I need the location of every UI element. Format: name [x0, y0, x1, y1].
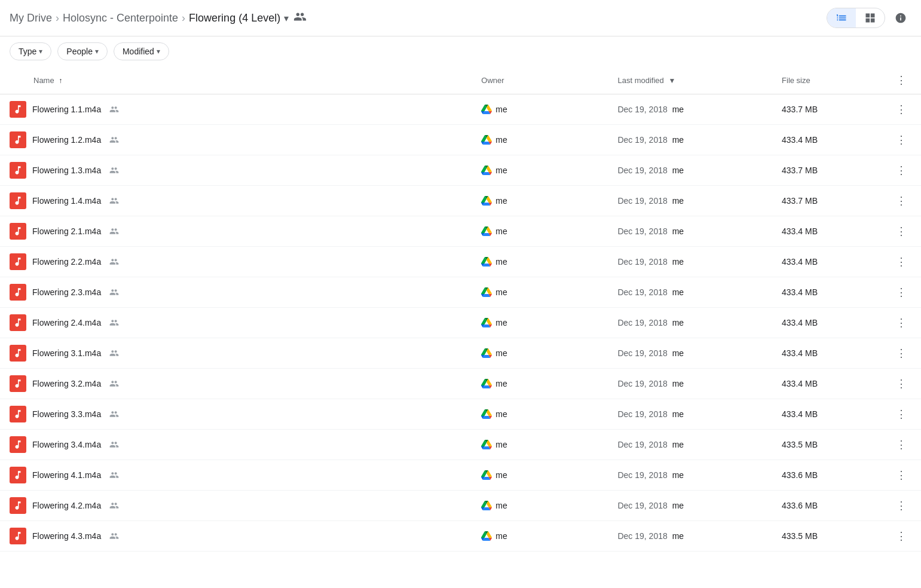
- file-type-icon: [10, 528, 26, 544]
- modified-filter-arrow: ▾: [157, 47, 160, 56]
- file-type-icon: [10, 314, 26, 331]
- modified-by-text: me: [672, 470, 684, 480]
- type-filter-button[interactable]: Type ▾: [10, 42, 51, 60]
- info-button[interactable]: [890, 7, 911, 29]
- three-dots-icon: [896, 530, 907, 542]
- row-more-button[interactable]: [891, 497, 911, 514]
- col-header-name[interactable]: Name ↑: [0, 66, 472, 94]
- breadcrumb-sep-2: ›: [182, 12, 185, 24]
- file-modified-cell: Dec 19, 2018 me: [608, 216, 772, 247]
- file-name-text: Flowering 2.3.m4a: [32, 287, 101, 297]
- row-more-button[interactable]: [891, 405, 911, 423]
- breadcrumb-mydrive[interactable]: My Drive: [10, 12, 52, 24]
- row-more-button[interactable]: [891, 375, 911, 393]
- modified-by-text: me: [672, 226, 684, 236]
- file-modified-cell: Dec 19, 2018 me: [608, 94, 772, 125]
- table-row[interactable]: Flowering 1.1.m4a me Dec 19, 2018 me: [0, 94, 921, 125]
- file-modified-cell: Dec 19, 2018 me: [608, 399, 772, 430]
- table-row[interactable]: Flowering 1.3.m4a me Dec 19, 2018 me: [0, 155, 921, 186]
- table-row[interactable]: Flowering 2.3.m4a me Dec 19, 2018 me: [0, 277, 921, 308]
- file-actions-cell: [882, 460, 921, 491]
- table-more-options-button[interactable]: [891, 71, 911, 89]
- breadcrumb-sep-1: ›: [56, 12, 59, 24]
- file-owner-cell: me: [472, 460, 608, 491]
- file-owner-cell: me: [472, 430, 608, 460]
- row-more-button[interactable]: [891, 192, 911, 210]
- file-modified-cell: Dec 19, 2018 me: [608, 430, 772, 460]
- people-filter-button[interactable]: People ▾: [57, 42, 108, 60]
- owner-text: me: [495, 379, 507, 388]
- table-row[interactable]: Flowering 4.2.m4a me Dec 19, 2018 me: [0, 491, 921, 521]
- file-type-icon: [10, 284, 26, 301]
- file-name-cell: Flowering 1.2.m4a: [0, 125, 472, 155]
- modified-by-text: me: [672, 257, 684, 267]
- file-actions-cell: [882, 430, 921, 460]
- file-name-text: Flowering 1.1.m4a: [32, 105, 101, 114]
- file-modified-cell: Dec 19, 2018 me: [608, 491, 772, 521]
- file-size-text: 433.4 MB: [782, 135, 818, 145]
- table-header-row: Name ↑ Owner Last modified ▼ File size: [0, 66, 921, 94]
- folder-dropdown-icon[interactable]: ▾: [284, 13, 289, 24]
- file-name-cell: Flowering 3.3.m4a: [0, 399, 472, 430]
- owner-text: me: [495, 105, 507, 114]
- modified-by-text: me: [672, 531, 684, 541]
- row-more-button[interactable]: [891, 253, 911, 271]
- table-row[interactable]: Flowering 2.1.m4a me Dec 19, 2018 me: [0, 216, 921, 247]
- modified-date: Dec 19, 2018: [617, 226, 667, 236]
- table-row[interactable]: Flowering 3.3.m4a me Dec 19, 2018 me: [0, 399, 921, 430]
- file-size-text: 433.4 MB: [782, 287, 818, 297]
- file-name-text: Flowering 4.3.m4a: [32, 531, 101, 541]
- file-size-cell: 433.6 MB: [772, 460, 882, 491]
- row-more-button[interactable]: [891, 527, 911, 545]
- row-more-button[interactable]: [891, 161, 911, 179]
- owner-text: me: [495, 348, 507, 358]
- modified-sort-icon: ▼: [668, 76, 675, 85]
- grid-view-button[interactable]: [856, 8, 885, 27]
- row-more-button[interactable]: [891, 344, 911, 362]
- modified-date: Dec 19, 2018: [617, 105, 667, 114]
- row-more-button[interactable]: [891, 466, 911, 484]
- file-actions-cell: [882, 277, 921, 308]
- row-more-button[interactable]: [891, 100, 911, 118]
- modified-by-text: me: [672, 501, 684, 510]
- modified-by-text: me: [672, 440, 684, 449]
- table-row[interactable]: Flowering 2.2.m4a me Dec 19, 2018 me: [0, 247, 921, 277]
- file-actions-cell: [882, 94, 921, 125]
- file-owner-cell: me: [472, 186, 608, 216]
- col-header-owner: Owner: [472, 66, 608, 94]
- file-size-text: 433.4 MB: [782, 379, 818, 388]
- three-dots-icon: [896, 74, 907, 86]
- table-row[interactable]: Flowering 1.2.m4a me Dec 19, 2018 me: [0, 125, 921, 155]
- owner-text: me: [495, 135, 507, 145]
- row-more-button[interactable]: [891, 436, 911, 454]
- col-header-modified[interactable]: Last modified ▼: [608, 66, 772, 94]
- file-actions-cell: [882, 216, 921, 247]
- table-row[interactable]: Flowering 1.4.m4a me Dec 19, 2018 me: [0, 186, 921, 216]
- row-more-button[interactable]: [891, 314, 911, 332]
- file-size-text: 433.7 MB: [782, 105, 818, 114]
- row-more-button[interactable]: [891, 131, 911, 149]
- breadcrumb-holosync[interactable]: Holosync - Centerpointe: [63, 12, 178, 24]
- table-row[interactable]: Flowering 3.2.m4a me Dec 19, 2018 me: [0, 369, 921, 399]
- modified-by-text: me: [672, 135, 684, 145]
- row-more-button[interactable]: [891, 222, 911, 240]
- list-view-button[interactable]: [827, 8, 856, 27]
- modified-date: Dec 19, 2018: [617, 348, 667, 358]
- file-size-cell: 433.4 MB: [772, 216, 882, 247]
- row-more-button[interactable]: [891, 283, 911, 301]
- three-dots-icon: [896, 347, 907, 359]
- file-size-cell: 433.6 MB: [772, 491, 882, 521]
- shared-drive-icon[interactable]: [293, 10, 307, 26]
- file-name-text: Flowering 4.1.m4a: [32, 470, 101, 480]
- table-row[interactable]: Flowering 4.3.m4a me Dec 19, 2018 me: [0, 521, 921, 552]
- file-table: Name ↑ Owner Last modified ▼ File size: [0, 66, 921, 552]
- view-toggle-group: [827, 8, 885, 28]
- file-type-icon: [10, 406, 26, 422]
- table-row[interactable]: Flowering 3.4.m4a me Dec 19, 2018 me: [0, 430, 921, 460]
- modified-filter-button[interactable]: Modified ▾: [114, 42, 169, 60]
- table-row[interactable]: Flowering 2.4.m4a me Dec 19, 2018 me: [0, 308, 921, 338]
- file-owner-cell: me: [472, 308, 608, 338]
- modified-date: Dec 19, 2018: [617, 470, 667, 480]
- table-row[interactable]: Flowering 4.1.m4a me Dec 19, 2018 me: [0, 460, 921, 491]
- table-row[interactable]: Flowering 3.1.m4a me Dec 19, 2018 me: [0, 338, 921, 369]
